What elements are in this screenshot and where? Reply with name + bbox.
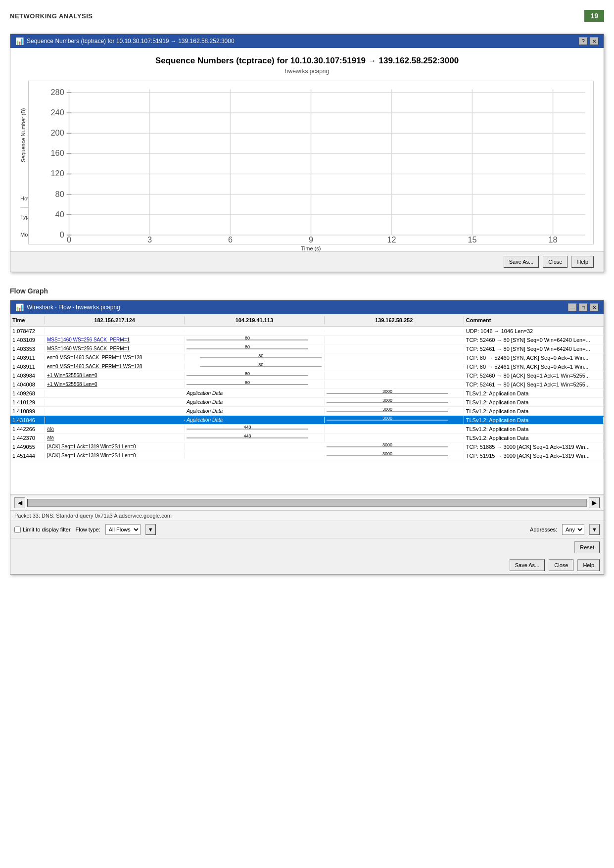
svg-text:9: 9 (309, 235, 313, 244)
flow-status-bar: Packet 33: DNS: Standard query 0x71a3 A … (10, 510, 604, 521)
flow-close-button[interactable]: ✕ (590, 303, 599, 311)
svg-text:160: 160 (51, 148, 64, 157)
flow-scroll-area[interactable]: 1.078472 UDP: 1046 → 1046 Len=32 1.40310… (10, 327, 604, 495)
svg-text:15: 15 (468, 235, 476, 244)
flow-row[interactable]: 1.403353 MSS=1460 WS=256 SACK_PERM=1 80 … (10, 344, 604, 353)
flow-row[interactable]: 1.410899 Application Data 3000 TLSv1.2: … (10, 407, 604, 416)
flow-type-select[interactable]: All Flows (105, 524, 141, 535)
flow-row[interactable]: 1.403911 en=0 MSS=1460 SACK_PERM=1 WS=12… (10, 353, 604, 362)
flow-row[interactable]: 1.403109 MSS=1460 WS=256 SACK_PERM=1 80 … (10, 336, 604, 344)
svg-text:12: 12 (387, 235, 396, 244)
scroll-right-button[interactable]: ▶ (589, 497, 600, 508)
svg-text:80: 80 (245, 336, 250, 340)
flow-graph-dialog: 📊 Wireshark · Flow · hwewrks.pcapng — □ … (10, 300, 604, 575)
help-titlebar-button[interactable]: ? (579, 37, 588, 45)
svg-text:3000: 3000 (382, 389, 392, 394)
y-axis-label: Sequence Number (B) (20, 81, 26, 190)
flow-bottom-buttons: Reset (10, 538, 604, 556)
flow-row[interactable]: 1.451444 [ACK] Seq=1 Ack=1319 Win=2S1 Le… (10, 451, 604, 460)
svg-text:443: 443 (244, 434, 251, 438)
flow-type-label: Flow type: (76, 527, 100, 532)
flow-content: Time 182.156.217.124 104.219.41.113 139.… (10, 314, 604, 574)
x-axis-label: Time (s) (28, 245, 594, 251)
flow-maximize-button[interactable]: □ (579, 303, 588, 311)
flow-type-dropdown-button[interactable]: ▼ (145, 524, 156, 535)
flow-graph-section-label: Flow Graph (10, 287, 604, 295)
svg-text:80: 80 (245, 381, 250, 385)
svg-text:3: 3 (147, 235, 152, 244)
svg-text:120: 120 (51, 169, 64, 178)
page-header: NETWORKING ANALYSIS 19 (10, 10, 604, 22)
close-button[interactable]: Close (543, 256, 567, 268)
svg-text:240: 240 (51, 108, 64, 117)
svg-text:3000: 3000 (382, 398, 392, 403)
scroll-left-button[interactable]: ◀ (14, 497, 25, 508)
svg-text:3000: 3000 (382, 416, 392, 421)
wireshark-icon: 📊 (15, 37, 24, 45)
save-button[interactable]: Save As... (504, 256, 539, 268)
flow-row[interactable]: 1.403984 +1 Win=525568 Len=0 80 TCP: 524… (10, 371, 604, 380)
addresses-select[interactable]: Any (562, 524, 584, 535)
flow-row[interactable]: 1.404008 +1 Win=525568 Len=0 80 TCP: 524… (10, 380, 604, 389)
svg-text:443: 443 (244, 425, 251, 430)
svg-text:80: 80 (245, 345, 250, 349)
svg-text:80: 80 (245, 372, 250, 376)
close-titlebar-button[interactable]: ✕ (590, 37, 599, 45)
page-title: NETWORKING ANALYSIS (10, 12, 93, 20)
flow-dialog-titlebar: 📊 Wireshark · Flow · hwewrks.pcapng — □ … (10, 300, 604, 314)
flow-nav-row: ◀ ▶ (10, 495, 604, 510)
svg-text:3000: 3000 (382, 452, 392, 456)
flow-save-button[interactable]: Save As... (510, 559, 545, 571)
flow-row-selected[interactable]: 1.431846 Application Data 3000 TLSv1.2: … (10, 416, 604, 425)
col1-header: 182.156.217.124 (45, 316, 185, 324)
col4-header: Comment (464, 316, 604, 324)
addresses-dropdown-button[interactable]: ▼ (589, 524, 600, 535)
horizontal-scrollbar[interactable] (27, 499, 587, 507)
flow-column-headers: Time 182.156.217.124 104.219.41.113 139.… (10, 314, 604, 327)
svg-text:18: 18 (548, 235, 557, 244)
seq-dialog-title: Sequence Numbers (tcptrace) for 10.10.30… (20, 56, 594, 66)
flow-row[interactable]: 1.078472 UDP: 1046 → 1046 Len=32 (10, 327, 604, 336)
svg-text:200: 200 (51, 128, 64, 137)
flow-action-buttons: Save As... Close Help (10, 556, 604, 574)
flow-row[interactable]: 1.410129 Application Data 3000 TLSv1.2: … (10, 398, 604, 407)
help-button[interactable]: Help (571, 256, 594, 268)
svg-text:80: 80 (259, 354, 264, 358)
flow-reset-button[interactable]: Reset (574, 541, 600, 553)
flow-minimize-button[interactable]: — (568, 303, 577, 311)
chart-svg[interactable]: 0 40 80 120 160 200 240 280 0 3 (28, 81, 594, 244)
svg-text:3000: 3000 (382, 443, 392, 447)
svg-text:6: 6 (228, 235, 233, 244)
svg-text:3000: 3000 (382, 407, 392, 412)
addresses-label: Addresses: (530, 527, 557, 532)
chart-area: 0 40 80 120 160 200 240 280 0 3 (28, 81, 594, 190)
flow-row[interactable]: 1.449055 [ACK] Seq=1 Ack=1319 Win=2S1 Le… (10, 442, 604, 451)
svg-text:80: 80 (55, 190, 64, 198)
dialog-titlebar: 📊 Sequence Numbers (tcptrace) for 10.10.… (10, 34, 604, 48)
flow-controls: Limit to display filter Flow type: All F… (10, 521, 604, 538)
flow-row[interactable]: 1.403911 en=0 MSS=1460 SACK_PERM=1 WS=12… (10, 362, 604, 371)
flow-close-button[interactable]: Close (549, 559, 573, 571)
flow-help-button[interactable]: Help (577, 559, 600, 571)
chart-container: Sequence Number (B) (20, 81, 594, 190)
col3-header: 139.162.58.252 (325, 316, 464, 324)
limit-display-filter-checkbox[interactable] (14, 527, 21, 533)
dialog-titlebar-text: Sequence Numbers (tcptrace) for 10.10.30… (27, 38, 235, 45)
seq-dialog-subtitle: hwewrks.pcapng (20, 68, 594, 75)
svg-text:40: 40 (55, 210, 64, 219)
seq-dialog-content: Sequence Numbers (tcptrace) for 10.10.30… (10, 48, 604, 251)
dialog-bottom: Save As... Close Help (10, 251, 604, 272)
flow-dialog-titlebar-text: Wireshark · Flow · hwewrks.pcapng (27, 304, 120, 311)
limit-display-filter-label[interactable]: Limit to display filter (14, 527, 71, 533)
flow-row[interactable]: 1.442266 ata 443 TLSv1.2: Application Da… (10, 425, 604, 434)
limit-display-filter-text: Limit to display filter (23, 527, 71, 532)
svg-text:0: 0 (67, 235, 71, 244)
wireshark-flow-icon: 📊 (15, 303, 24, 311)
svg-text:0: 0 (60, 230, 64, 239)
svg-text:280: 280 (51, 88, 64, 96)
page-number: 19 (584, 10, 604, 22)
col-time-header: Time (10, 316, 45, 324)
flow-row[interactable]: 1.442370 ata 443 TLSv1.2: Application Da… (10, 434, 604, 442)
svg-text:80: 80 (259, 363, 264, 367)
flow-row[interactable]: 1.409268 Application Data 3000 TLSv1.2: … (10, 389, 604, 398)
